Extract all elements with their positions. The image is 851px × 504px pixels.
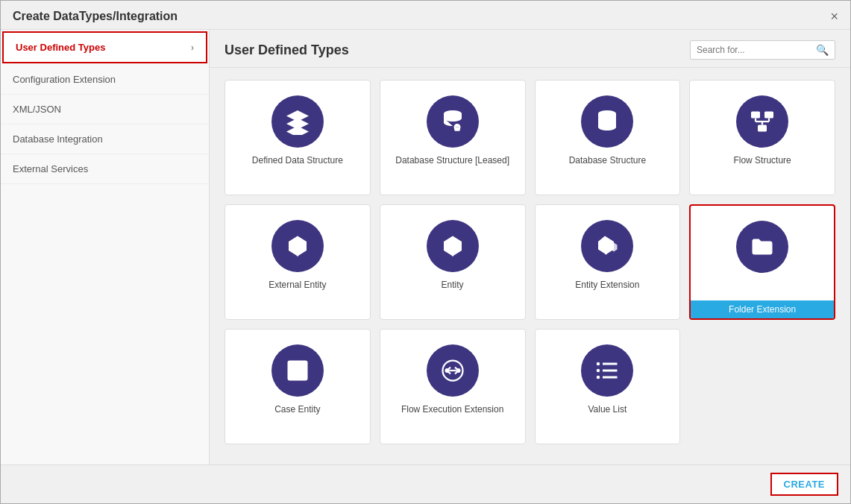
card-database-structure[interactable]: Database Structure — [535, 80, 681, 195]
create-button[interactable]: CREATE — [770, 473, 838, 496]
sidebar-item-database-integration[interactable]: Database Integration — [1, 125, 209, 154]
card-label-case-entity: Case Entity — [274, 404, 320, 416]
sidebar-item-label: XML/JSON — [13, 104, 61, 115]
sidebar: User Defined Types›Configuration Extensi… — [1, 30, 210, 464]
card-label-external-entity: External Entity — [269, 280, 326, 292]
layers-icon — [271, 95, 324, 148]
search-input[interactable] — [697, 45, 816, 55]
card-label-entity-extension: Entity Extension — [575, 280, 639, 292]
search-box: 🔍 — [690, 40, 835, 60]
card-folder-extension[interactable]: Folder Extension — [689, 204, 835, 320]
card-label-value-list: Value List — [588, 404, 627, 416]
svg-rect-1 — [454, 127, 460, 131]
sidebar-item-label: External Services — [13, 163, 88, 174]
main-header: User Defined Types 🔍 — [210, 30, 850, 68]
card-entity[interactable]: Entity — [380, 204, 526, 320]
card-flow-execution-extension[interactable]: Flow Execution Extension — [380, 329, 526, 444]
svg-rect-4 — [764, 112, 773, 119]
ext-entity-icon — [271, 220, 324, 272]
create-datatypes-dialog: Create DataTypes/Integration × User Defi… — [0, 0, 851, 504]
cards-grid: Defined Data StructureDatabase Structure… — [224, 80, 835, 444]
close-button[interactable]: × — [830, 10, 838, 23]
card-defined-data-structure[interactable]: Defined Data Structure — [224, 80, 371, 195]
card-label-flow-structure: Flow Structure — [733, 155, 791, 167]
grid-area: Defined Data StructureDatabase Structure… — [210, 68, 850, 464]
sidebar-item-configuration-extension[interactable]: Configuration Extension — [1, 65, 209, 95]
card-label-defined-data-structure: Defined Data Structure — [252, 155, 343, 167]
entity-icon — [427, 220, 479, 272]
dialog-footer: CREATE — [1, 464, 850, 503]
card-case-entity[interactable]: Case Entity — [224, 329, 371, 444]
svg-point-23 — [597, 362, 600, 366]
flow-exec-icon — [427, 344, 479, 397]
card-value-list[interactable]: Value List — [535, 329, 681, 444]
chevron-right-icon: › — [191, 42, 194, 53]
sidebar-item-external-services[interactable]: External Services — [1, 154, 209, 184]
dialog-title: Create DataTypes/Integration — [13, 10, 178, 23]
svg-rect-3 — [751, 112, 760, 119]
card-label-database-structure-leased: Database Structure [Leased] — [395, 155, 509, 167]
db-lock-icon — [427, 95, 479, 148]
main-area: User Defined Types 🔍 Defined Data Struct… — [210, 30, 850, 464]
dialog-header: Create DataTypes/Integration × — [1, 1, 850, 30]
card-label-folder-extension: Folder Extension — [691, 300, 834, 318]
svg-point-25 — [597, 376, 600, 379]
sidebar-item-user-defined-types[interactable]: User Defined Types› — [2, 31, 207, 63]
svg-point-24 — [597, 369, 600, 373]
card-database-structure-leased[interactable]: Database Structure [Leased] — [380, 80, 526, 195]
search-icon: 🔍 — [816, 44, 829, 56]
list-icon — [581, 344, 633, 397]
card-label-flow-execution-extension: Flow Execution Extension — [401, 404, 503, 416]
folder-icon — [736, 221, 788, 273]
card-entity-extension[interactable]: Entity Extension — [535, 204, 681, 320]
card-external-entity[interactable]: External Entity — [224, 204, 371, 320]
case-icon — [271, 344, 324, 397]
card-label-database-structure: Database Structure — [569, 155, 646, 167]
svg-rect-5 — [758, 125, 767, 132]
dialog-body: User Defined Types›Configuration Extensi… — [1, 30, 850, 464]
db-icon — [581, 95, 633, 148]
sidebar-item-label: Configuration Extension — [13, 74, 116, 85]
card-flow-structure[interactable]: Flow Structure — [689, 80, 835, 195]
sidebar-item-label: Database Integration — [13, 133, 103, 145]
flow-icon — [736, 95, 788, 148]
entity-ext-icon — [581, 220, 633, 272]
sidebar-item-label: User Defined Types — [16, 42, 105, 53]
card-label-entity: Entity — [442, 280, 464, 292]
sidebar-item-xml-json[interactable]: XML/JSON — [1, 95, 209, 125]
main-area-title: User Defined Types — [224, 42, 349, 58]
